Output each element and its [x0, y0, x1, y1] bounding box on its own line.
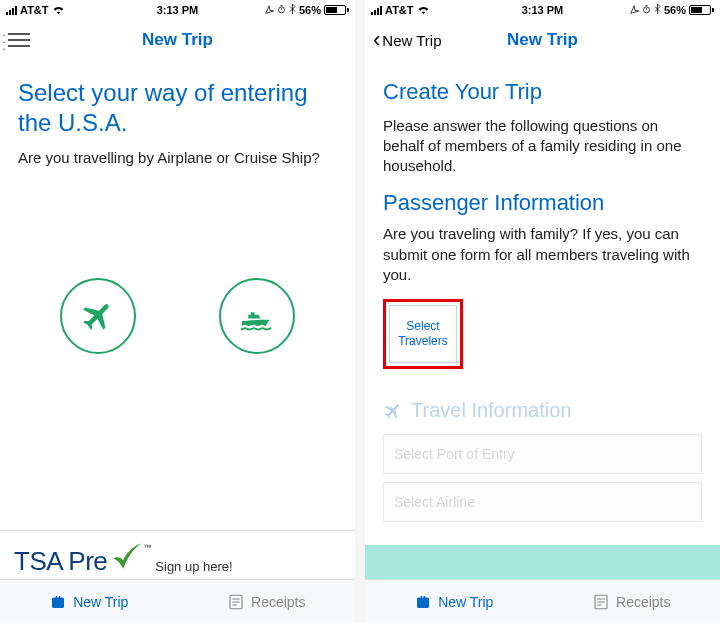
battery-icon	[324, 5, 349, 15]
tsa-brand: TSA Pre	[14, 546, 107, 577]
receipt-icon	[227, 593, 245, 611]
tab-label: Receipts	[251, 594, 305, 610]
clock-label: 3:13 PM	[0, 4, 355, 16]
tab-receipts[interactable]: Receipts	[543, 580, 721, 623]
nav-title: New Trip	[142, 30, 213, 50]
back-label: New Trip	[382, 32, 441, 49]
menu-button[interactable]: •••	[8, 33, 30, 47]
select-travelers-button[interactable]: Select Travelers	[389, 305, 457, 363]
checkmark-icon	[109, 539, 143, 577]
tab-new-trip[interactable]: New Trip	[0, 580, 178, 623]
tab-label: New Trip	[438, 594, 493, 610]
content-area: Select your way of entering the U.S.A. A…	[0, 60, 355, 530]
section-text: Please answer the following questions on…	[383, 116, 702, 177]
airplane-icon	[383, 401, 403, 421]
page-subtext: Are you travelling by Airplane or Cruise…	[18, 148, 337, 168]
tab-new-trip[interactable]: New Trip	[365, 580, 543, 623]
ship-icon	[237, 296, 277, 336]
receipt-icon	[592, 593, 610, 611]
cruise-ship-option-button[interactable]	[219, 278, 295, 354]
suitcase-icon	[414, 593, 432, 611]
airplane-icon	[80, 298, 116, 334]
status-bar: AT&T 3:13 PM 56%	[0, 0, 355, 20]
tsa-link-text: Sign up here!	[155, 559, 232, 574]
travel-information-section: Travel Information Select Port of Entry …	[383, 399, 702, 522]
nav-title: New Trip	[507, 30, 578, 50]
clock-label: 3:13 PM	[365, 4, 720, 16]
tab-label: New Trip	[73, 594, 128, 610]
list-icon: •••	[8, 33, 30, 47]
airplane-option-button[interactable]	[60, 278, 136, 354]
chevron-left-icon: ‹	[373, 27, 380, 53]
tab-label: Receipts	[616, 594, 670, 610]
select-travelers-highlight: Select Travelers	[383, 299, 463, 369]
section-heading: Create Your Trip	[383, 78, 702, 106]
status-bar: AT&T 3:13 PM 56%	[365, 0, 720, 20]
tab-bar: New Trip Receipts	[0, 579, 355, 623]
nav-bar: ‹ New Trip New Trip	[365, 20, 720, 60]
transport-options	[18, 278, 337, 354]
suitcase-icon	[49, 593, 67, 611]
tab-bar: New Trip Receipts	[365, 579, 720, 623]
port-of-entry-select[interactable]: Select Port of Entry	[383, 434, 702, 474]
trademark-icon: ™	[143, 543, 151, 552]
page-heading: Select your way of entering the U.S.A.	[18, 78, 337, 138]
tsa-pre-promo[interactable]: TSA Pre ™ Sign up here!	[0, 530, 355, 579]
screen-left: AT&T 3:13 PM 56% ••• New Trip Select you…	[0, 0, 355, 623]
passenger-info-text: Are you traveling with family? If yes, y…	[383, 224, 702, 285]
battery-icon	[689, 5, 714, 15]
nav-bar: ••• New Trip	[0, 20, 355, 60]
tab-receipts[interactable]: Receipts	[178, 580, 356, 623]
passenger-info-heading: Passenger Information	[383, 190, 702, 216]
screen-right: AT&T 3:13 PM 56% ‹ New Trip New Trip Cre…	[365, 0, 720, 623]
travel-info-title: Travel Information	[411, 399, 571, 422]
airline-select[interactable]: Select Airline	[383, 482, 702, 522]
bottom-action-bar[interactable]	[365, 545, 720, 579]
content-area: Create Your Trip Please answer the follo…	[365, 60, 720, 545]
back-button[interactable]: ‹ New Trip	[373, 27, 442, 53]
